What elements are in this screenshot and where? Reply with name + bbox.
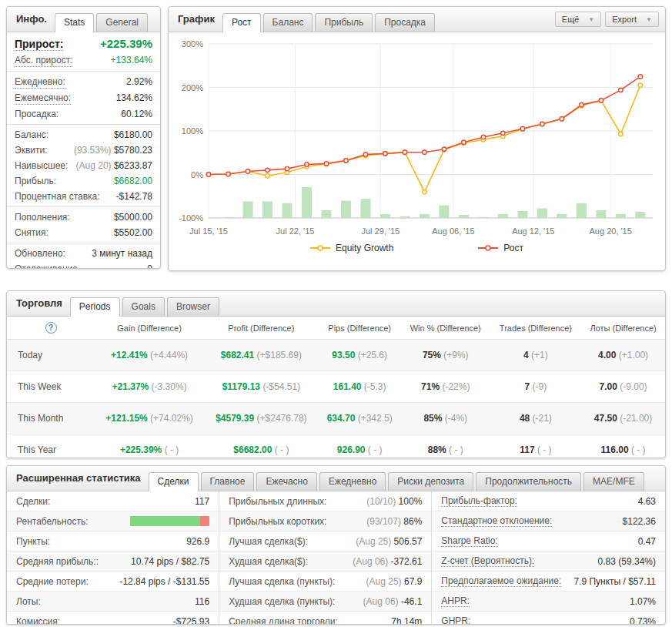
cell-value: 926.90 (337, 444, 366, 455)
info-value: $5502.00 (114, 226, 152, 239)
info-tab-general[interactable]: General (96, 13, 148, 32)
period-value-cell: 71% (-22%) (401, 371, 490, 403)
periods-table: ?Gain (Difference)Profit (Difference)Pip… (7, 317, 665, 458)
info-group: Прирост:+225.39%Абс. прирост:+133.64% (7, 34, 160, 72)
stat-value: 4.63 (638, 496, 656, 507)
stat-row: Средняя длина торговли:7h 14m (219, 612, 431, 625)
svg-text:Jul 15, '15: Jul 15, '15 (189, 226, 228, 236)
stat-row: Рентабельность: (7, 511, 219, 531)
more-button[interactable]: Ещё▼ (555, 12, 601, 27)
chart-tab-growth[interactable]: Рост (222, 13, 261, 32)
info-group: Ежедневно:2.92%Ежемесячно:134.62%Просадк… (7, 72, 160, 125)
stat-value: $122.36 (623, 516, 656, 527)
cell-value: 7.00 (600, 381, 617, 392)
cell-difference: ( - ) (368, 444, 383, 455)
chart-tab-profit[interactable]: Прибыль (315, 13, 373, 32)
stats-tab-trades[interactable]: Сделки (149, 472, 199, 491)
column-header: Gain (Difference) (95, 317, 204, 340)
stats-tab-main[interactable]: Главное (201, 472, 255, 491)
chart-tab-drawdown[interactable]: Просадка (375, 13, 435, 32)
info-label: Абс. прирост: (15, 54, 72, 67)
period-label: Today (7, 340, 95, 371)
cell-value: 88% (428, 444, 446, 455)
cell-difference: (-9) (533, 381, 547, 392)
help-icon[interactable]: ? (45, 322, 57, 334)
cell-value: $682.41 (221, 350, 254, 360)
stat-label: Худшая сделка (пункты): (229, 596, 335, 607)
info-row: Абс. прирост:+133.64% (7, 52, 160, 69)
stat-row: Комиссия:-$725.93 (7, 612, 219, 625)
stat-label: Лучшая сделка (пункты): (229, 576, 335, 587)
chart-tab-balance[interactable]: Баланс (263, 13, 313, 32)
stats-tab-deposit-risk[interactable]: Риски депозита (388, 472, 473, 491)
info-value: $5000.00 (114, 211, 152, 223)
stat-row: Прибыль-фактор:4.63 (432, 491, 665, 511)
svg-text:Aug 12, '15: Aug 12, '15 (512, 226, 554, 236)
info-tab-stats[interactable]: Stats (55, 13, 94, 32)
info-label: Отслеживание (15, 263, 78, 269)
stats-tab-mae-mfe[interactable]: MAE/MFE (583, 472, 644, 491)
svg-text:Aug 20, '15: Aug 20, '15 (590, 226, 632, 236)
stat-label: Комиссия: (16, 616, 60, 625)
info-value: -$142.78 (116, 190, 152, 203)
cell-difference: (-3.30%) (152, 381, 187, 392)
info-label: Обновлено: (15, 247, 65, 260)
cell-difference: ( - ) (449, 444, 463, 455)
growth-chart: 300%200%100%0%-100%Jul 15, '15Jul 22, '1… (169, 36, 665, 241)
stats-column: Прибыль-фактор:4.63Стандартное отклонени… (431, 491, 665, 625)
stat-value: (Aug 25) 506.57 (356, 536, 422, 547)
cell-value: 161.40 (333, 381, 362, 392)
period-value-cell: $4579.39 (+$2476.78) (204, 403, 318, 434)
stats-tab-daily[interactable]: Ежедневно (319, 472, 386, 491)
stat-row: Лучшая сделка (пункты):(Aug 25) 67.9 (219, 572, 431, 592)
period-value-cell: 93.50 (+25.6) (319, 340, 401, 371)
period-value-cell: +121.15% (+74.02%) (95, 403, 204, 434)
legend-item-growth[interactable]: Рост (478, 243, 523, 253)
info-row: Отслеживание0 (7, 261, 160, 269)
period-value-cell: 926.90 ( - ) (319, 434, 401, 459)
stat-row: Z-счет (Вероятность):0.83 (59.34%) (432, 552, 665, 572)
stat-label: Сделки: (16, 496, 50, 507)
stat-label: Z-счет (Вероятность): (441, 556, 534, 567)
cell-value: 47.50 (594, 413, 617, 424)
chart-legend: Equity GrowthРост (169, 241, 665, 260)
chart-tabs: РостБалансПрибыльПросадка (222, 13, 435, 32)
cell-difference: ( - ) (165, 444, 179, 455)
cell-difference: (+342.5) (358, 413, 393, 424)
trading-tab-periods[interactable]: Periods (70, 297, 120, 317)
stat-value-prefix: (Aug 06) (363, 596, 401, 607)
trading-tab-browser[interactable]: Browser (167, 297, 219, 316)
profitability-bar-loss (200, 516, 209, 526)
info-label: Ежедневно: (15, 75, 65, 89)
info-group: Баланс:$6180.00Эквити:(93.53%) $5780.23Н… (7, 125, 160, 207)
stats-tab-duration[interactable]: Продолжительность (476, 472, 581, 491)
volume-bar (262, 202, 272, 218)
legend-item-equity-growth[interactable]: Equity Growth (310, 243, 393, 253)
export-button[interactable]: Export▼ (605, 12, 659, 27)
info-label: Эквити: (15, 144, 48, 156)
cell-difference: (+74.02%) (150, 413, 193, 424)
info-row: Наивысшее:(Aug 20) $6233.87 (7, 158, 160, 173)
more-button-label: Ещё (562, 15, 580, 24)
stat-value: 0.83 (59.34%) (598, 556, 656, 567)
stat-value: 0.73% (630, 616, 656, 625)
period-value-cell: +21.37% (-3.30%) (95, 371, 204, 403)
column-header: Profit (Difference) (204, 317, 318, 340)
trading-tab-goals[interactable]: Goals (122, 297, 165, 316)
svg-text:-100%: -100% (179, 213, 203, 223)
chevron-down-icon: ▼ (646, 16, 652, 23)
trading-panel: Торговля PeriodsGoalsBrowser ?Gain (Diff… (6, 290, 666, 458)
info-row: Пополнения:$5000.00 (7, 210, 160, 225)
cell-value: +121.15% (105, 413, 147, 424)
volume-bar (478, 217, 488, 218)
volume-bar (380, 214, 390, 218)
period-value-cell: $682.41 (+$185.69) (204, 340, 318, 371)
cell-difference: (+1.00) (619, 350, 648, 360)
volume-bar (577, 203, 587, 218)
stats-tab-hourly[interactable]: Ежечасно (256, 472, 317, 491)
info-panel-header: Инфо. StatsGeneral (7, 7, 160, 32)
periods-table-head: ?Gain (Difference)Profit (Difference)Pip… (7, 317, 665, 340)
column-header: Лоты (Difference) (581, 317, 665, 340)
info-row: Эквити:(93.53%) $5780.23 (7, 142, 160, 158)
info-value-prefix: (Aug 20) (76, 160, 114, 171)
